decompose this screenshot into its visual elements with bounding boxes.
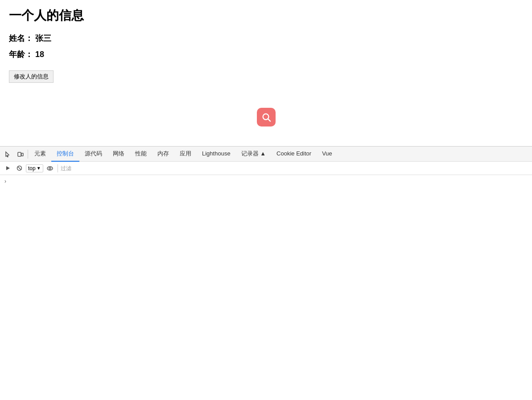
svg-rect-2 <box>18 152 21 156</box>
console-separator <box>58 164 58 172</box>
cursor-icon <box>5 151 11 157</box>
tab-sources[interactable]: 源代码 <box>79 147 107 162</box>
device-icon <box>17 151 24 157</box>
block-icon <box>16 165 22 171</box>
svg-line-1 <box>268 119 270 121</box>
toolbar-separator-1 <box>28 150 28 159</box>
svg-point-7 <box>47 167 53 170</box>
context-selector[interactable]: top ▼ <box>26 164 43 172</box>
eye-icon-button[interactable] <box>45 163 55 173</box>
age-label: 年龄： <box>9 50 33 59</box>
devtools-panel: 元素 控制台 源代码 网络 性能 内存 应用 Lighthouse 记录器 ▲ … <box>0 146 532 400</box>
page-content: 一个人的信息 姓名： 张三 年龄： 18 修改人的信息 <box>0 0 532 90</box>
run-script-button[interactable] <box>3 163 12 173</box>
search-icon-area <box>0 108 532 127</box>
svg-marker-4 <box>6 166 10 170</box>
name-row: 姓名： 张三 <box>9 33 523 44</box>
age-row: 年龄： 18 <box>9 49 523 60</box>
search-icon <box>261 112 271 122</box>
svg-line-6 <box>18 167 21 170</box>
tab-recorder[interactable]: 记录器 ▲ <box>236 147 271 162</box>
edit-button[interactable]: 修改人的信息 <box>9 70 54 83</box>
filter-input[interactable] <box>61 165 114 171</box>
name-value: 张三 <box>35 34 51 43</box>
name-label: 姓名： <box>9 34 33 43</box>
console-chevron-icon[interactable]: › <box>4 177 7 185</box>
eye-icon <box>47 165 53 171</box>
chevron-down-icon: ▼ <box>37 166 41 171</box>
console-toolbar: top ▼ <box>0 162 532 175</box>
tab-performance[interactable]: 性能 <box>130 147 152 162</box>
tab-cookie-editor[interactable]: Cookie Editor <box>271 147 317 162</box>
tab-memory[interactable]: 内存 <box>152 147 174 162</box>
tab-vue[interactable]: Vue <box>317 147 338 162</box>
console-area[interactable]: › <box>0 175 532 400</box>
search-icon-box <box>257 108 276 127</box>
devtools-toolbar: 元素 控制台 源代码 网络 性能 内存 应用 Lighthouse 记录器 ▲ … <box>0 147 532 162</box>
play-icon <box>5 165 11 171</box>
tab-elements[interactable]: 元素 <box>29 147 51 162</box>
tab-application[interactable]: 应用 <box>174 147 197 162</box>
inspect-icon-button[interactable] <box>2 148 14 160</box>
age-value: 18 <box>35 50 44 59</box>
tab-network[interactable]: 网络 <box>107 147 130 162</box>
context-value: top <box>28 165 36 171</box>
svg-rect-3 <box>21 153 23 156</box>
page-title: 一个人的信息 <box>9 7 523 24</box>
device-icon-button[interactable] <box>14 148 27 160</box>
tab-console[interactable]: 控制台 <box>51 147 79 162</box>
tab-lighthouse[interactable]: Lighthouse <box>197 147 236 162</box>
svg-point-8 <box>49 167 51 169</box>
clear-console-button[interactable] <box>14 163 24 173</box>
